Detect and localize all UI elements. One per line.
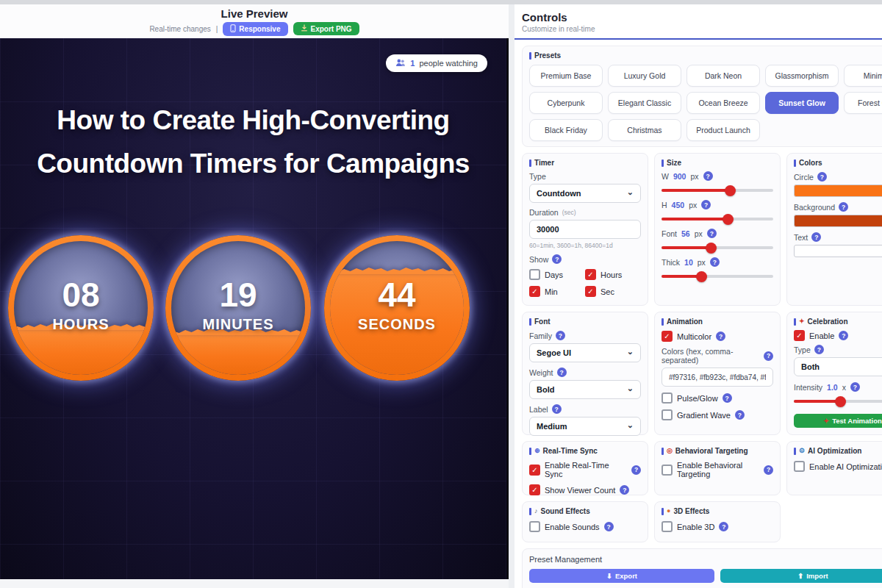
font-weight-select[interactable]: Bold⌄: [529, 380, 641, 399]
slider-thumb[interactable]: [835, 396, 846, 407]
export-png-button[interactable]: Export PNG: [293, 22, 359, 35]
duration-input[interactable]: [529, 220, 641, 239]
enable-3d-checkbox[interactable]: Enable 3D ?: [662, 521, 773, 532]
circle-color-swatch[interactable]: [794, 184, 882, 197]
gradient-wave-checkbox[interactable]: Gradient Wave ?: [662, 409, 773, 420]
help-icon[interactable]: ?: [811, 232, 821, 242]
import-preset-button[interactable]: ⬆ Import: [720, 569, 882, 583]
checkbox-icon[interactable]: ✓: [529, 465, 540, 476]
font-family-select[interactable]: Segoe UI⌄: [529, 343, 641, 362]
help-icon[interactable]: ?: [723, 393, 732, 403]
help-icon[interactable]: ?: [764, 465, 773, 475]
preset-elegant-classic[interactable]: Elegant Classic: [608, 92, 681, 114]
checkbox-icon[interactable]: [529, 521, 540, 532]
checkbox-icon[interactable]: [662, 409, 673, 420]
help-icon[interactable]: ?: [552, 254, 562, 264]
preset-forest-green[interactable]: Forest Green: [844, 92, 882, 114]
animation-section: Animation ✓ Multicolor ? Colors (hex, co…: [654, 312, 781, 435]
preset-premium-base[interactable]: Premium Base: [529, 65, 603, 87]
preset-management-section: Preset Management ⬇ Export ⬆ Import ➦ Sh…: [522, 548, 882, 588]
slider-thumb[interactable]: [696, 271, 707, 282]
help-icon[interactable]: ?: [839, 331, 848, 340]
checkbox-icon[interactable]: ✓: [794, 330, 805, 341]
viewer-count-label: people watching: [419, 59, 478, 68]
intensity-slider[interactable]: [794, 396, 882, 406]
preset-product-launch[interactable]: Product Launch: [686, 119, 760, 141]
help-icon[interactable]: ?: [701, 200, 711, 209]
height-slider[interactable]: [662, 214, 773, 224]
export-preset-button[interactable]: ⬇ Export: [529, 569, 714, 583]
show-days-checkbox[interactable]: Days: [529, 269, 585, 280]
preset-ocean-breeze[interactable]: Ocean Breeze: [686, 92, 760, 114]
preset-christmas[interactable]: Christmas: [608, 119, 681, 141]
help-icon[interactable]: ?: [839, 202, 848, 212]
help-icon[interactable]: ?: [710, 257, 720, 267]
duration-hint: 60=1min, 3600=1h, 86400=1d: [529, 242, 641, 249]
help-icon[interactable]: ?: [850, 382, 860, 392]
help-icon[interactable]: ?: [703, 171, 713, 181]
background-color-swatch[interactable]: [794, 215, 882, 227]
preset-sunset-glow[interactable]: Sunset Glow: [765, 92, 839, 114]
help-icon[interactable]: ?: [735, 410, 745, 420]
presets-label: Presets: [534, 51, 561, 60]
enable-behavioral-checkbox[interactable]: Enable Behavioral Targeting ?: [662, 461, 773, 478]
save-icon: ⬇: [606, 572, 612, 580]
preset-minimalist[interactable]: Minimalist: [844, 65, 882, 87]
globe-icon: ⊕: [534, 448, 540, 454]
show-sec-checkbox[interactable]: ✓ Sec: [585, 286, 641, 297]
help-icon[interactable]: ?: [620, 485, 629, 495]
multicolor-checkbox[interactable]: ✓ Multicolor ?: [662, 331, 773, 342]
checkbox-icon[interactable]: [662, 392, 673, 404]
help-icon[interactable]: ?: [604, 522, 614, 531]
help-icon[interactable]: ?: [556, 331, 565, 340]
seconds-label: SECONDS: [358, 316, 436, 333]
timer-type-select[interactable]: Countdown⌄: [529, 184, 641, 203]
checkbox-icon[interactable]: ✓: [585, 286, 596, 297]
font-size-slider[interactable]: [662, 243, 773, 253]
header-divider: |: [216, 25, 218, 33]
checkbox-icon[interactable]: ✓: [529, 484, 540, 495]
animation-colors-input[interactable]: [662, 368, 773, 387]
enable-realtime-checkbox[interactable]: ✓ Enable Real-Time Sync ?: [529, 461, 641, 478]
checkbox-icon[interactable]: ✓: [585, 269, 596, 280]
celebration-enable-checkbox[interactable]: ✓ Enable ?: [794, 330, 882, 341]
help-icon[interactable]: ?: [707, 229, 717, 238]
show-hours-checkbox[interactable]: ✓ Hours: [585, 269, 641, 280]
target-icon: ◎: [667, 448, 673, 454]
text-color-swatch[interactable]: [794, 245, 882, 257]
help-icon[interactable]: ?: [557, 368, 567, 377]
checkbox-icon[interactable]: ✓: [529, 286, 540, 297]
help-icon[interactable]: ?: [631, 465, 641, 475]
pulse-glow-checkbox[interactable]: Pulse/Glow ?: [662, 392, 773, 404]
help-icon[interactable]: ?: [814, 345, 824, 354]
preset-dark-neon[interactable]: Dark Neon: [686, 65, 760, 87]
help-icon[interactable]: ?: [716, 331, 725, 341]
checkbox-icon[interactable]: [794, 461, 805, 472]
checkbox-icon[interactable]: ✓: [662, 331, 673, 342]
width-slider[interactable]: [662, 185, 773, 196]
help-icon[interactable]: ?: [552, 404, 562, 414]
show-min-checkbox[interactable]: ✓ Min: [529, 286, 585, 297]
preset-glassmorphism[interactable]: Glassmorphism: [765, 65, 839, 87]
preset-black-friday[interactable]: Black Friday: [529, 119, 603, 141]
help-icon[interactable]: ?: [817, 172, 827, 182]
celebration-type-select[interactable]: Both⌄: [794, 357, 882, 376]
show-viewer-count-checkbox[interactable]: ✓ Show Viewer Count ?: [529, 484, 641, 495]
enable-sounds-checkbox[interactable]: Enable Sounds ?: [529, 521, 641, 532]
test-animation-button[interactable]: ✦ Test Animation: [794, 414, 882, 428]
preset-cyberpunk[interactable]: Cyberpunk: [529, 92, 603, 114]
timer-circle-seconds: 44 SECONDS: [324, 235, 470, 381]
checkbox-icon[interactable]: [662, 521, 673, 532]
help-icon[interactable]: ?: [719, 522, 728, 531]
preset-luxury-gold[interactable]: Luxury Gold: [608, 65, 681, 87]
checkbox-icon[interactable]: [662, 465, 673, 476]
slider-thumb[interactable]: [723, 214, 734, 225]
checkbox-icon[interactable]: [529, 269, 540, 280]
slider-thumb[interactable]: [706, 243, 717, 254]
slider-thumb[interactable]: [725, 185, 736, 196]
enable-ai-checkbox[interactable]: Enable AI Optimization ?: [794, 461, 882, 472]
help-icon[interactable]: ?: [764, 351, 773, 361]
responsive-button[interactable]: Responsive: [223, 22, 287, 36]
label-size-select[interactable]: Medium⌄: [529, 417, 641, 436]
thickness-slider[interactable]: [662, 271, 773, 282]
